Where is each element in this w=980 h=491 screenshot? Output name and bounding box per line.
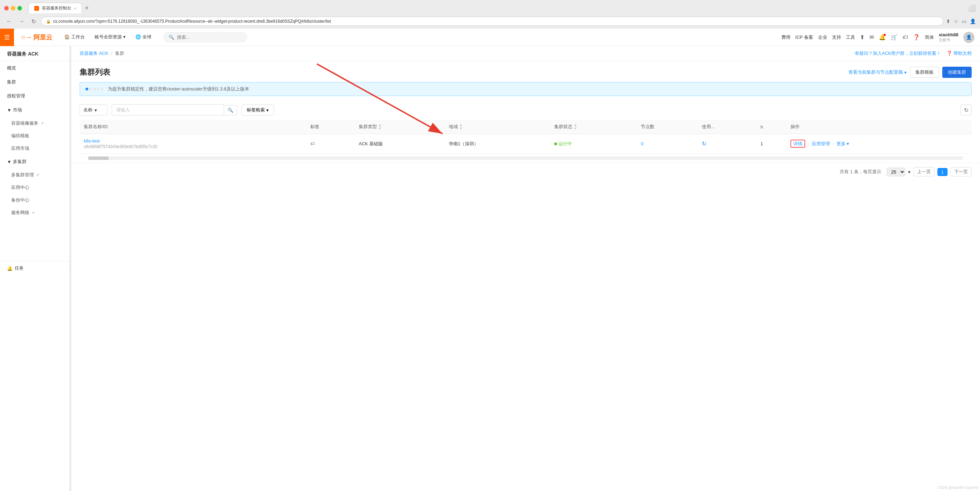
filter-select[interactable]: 名称 ▾: [80, 104, 108, 116]
back-button[interactable]: ←: [4, 18, 14, 25]
user-avatar[interactable]: 👤: [963, 32, 974, 43]
next-page-button[interactable]: 下一页: [950, 167, 972, 176]
tab-close-button[interactable]: ×: [74, 6, 76, 11]
logo-text: 阿里云: [33, 33, 52, 41]
user-info[interactable]: xiaohh88 主账号: [939, 32, 958, 43]
tag-search-arrow-icon: ▾: [266, 108, 269, 113]
tag-search-button[interactable]: 标签检索 ▾: [242, 104, 274, 116]
help-join-link[interactable]: 有疑问？加入ACK用户群，立刻获得答案！: [855, 50, 941, 57]
scroll-thumb[interactable]: [88, 156, 109, 160]
help-icon[interactable]: ❓: [913, 34, 920, 40]
nav-global[interactable]: 🌐 全球: [130, 29, 156, 46]
sidebar-item-template[interactable]: 编排模板: [0, 129, 70, 142]
nav-icp[interactable]: ICP 备案: [795, 34, 813, 40]
cluster-template-button[interactable]: 集群模板: [910, 67, 939, 78]
node-count-link[interactable]: 0: [641, 141, 643, 146]
filter-row: 名称 ▾ 请输入 🔍 标签检索: [80, 100, 972, 120]
view-config-link[interactable]: 查看当前集群与节点配置额 ▾: [848, 69, 907, 75]
help-links: 有疑问？加入ACK用户群，立刻获得答案！ ❓ 帮助文档: [855, 50, 972, 57]
cluster-name-link[interactable]: k8s-test: [84, 138, 302, 143]
servicemesh-label: 服务网格: [11, 209, 29, 216]
nav-simple[interactable]: 简体: [925, 34, 934, 40]
notice-dot-2: [89, 88, 92, 91]
search-input[interactable]: [177, 35, 242, 40]
bookmark-icon[interactable]: ☆: [954, 19, 958, 24]
notification-icon[interactable]: 🔔: [879, 34, 886, 40]
dropdown-arrow-icon: ▾: [904, 70, 907, 75]
sidebar-item-appmarket[interactable]: 应用市场: [0, 142, 70, 155]
globe-icon: 🌐: [135, 34, 141, 40]
close-button[interactable]: [4, 6, 9, 11]
create-cluster-button[interactable]: 创建集群: [942, 67, 972, 78]
coupon-icon[interactable]: 🏷: [902, 34, 908, 40]
page-header: 集群列表 查看当前集群与节点配置额 ▾ 集群模板 创建集群: [71, 61, 980, 82]
cart-icon[interactable]: 🛒: [891, 34, 897, 40]
action-more-link[interactable]: 更多 ▾: [837, 141, 850, 146]
breadcrumb-ack[interactable]: 容器服务 ACK: [80, 50, 108, 57]
minimize-button[interactable]: [11, 6, 15, 11]
profile-avatar[interactable]: 👤: [970, 19, 976, 24]
nav-enterprise[interactable]: 企业: [818, 34, 827, 40]
sidebar-item-overview[interactable]: 概览: [0, 61, 70, 75]
forward-button[interactable]: →: [17, 18, 27, 25]
bell-icon: 🔔: [7, 266, 13, 271]
logo[interactable]: ○→ 阿里云: [14, 32, 59, 42]
usage-refresh-icon[interactable]: ↻: [702, 141, 706, 147]
external-link-icon: ↗: [32, 210, 35, 215]
tag-search-label: 标签检索: [247, 107, 265, 113]
sidebar-item-multicluster-mgmt[interactable]: 多集群管理 ↗: [0, 169, 70, 181]
nav-workbench[interactable]: 🏠 工作台: [59, 29, 90, 46]
breadcrumb-separator: /: [111, 51, 112, 56]
hamburger-menu[interactable]: ☰: [0, 29, 14, 46]
sidebar-item-registry[interactable]: 容器镜像服务 ↗: [0, 117, 70, 129]
sidebar-item-auth[interactable]: 授权管理: [0, 89, 70, 103]
appcenter-label: 应用中心: [11, 184, 29, 191]
action-detail-link[interactable]: 详情: [791, 140, 805, 148]
search-button[interactable]: 🔍: [224, 105, 237, 115]
share-icon[interactable]: ⬆: [946, 19, 950, 24]
reload-button[interactable]: ↻: [29, 18, 38, 26]
sidebar-item-cluster[interactable]: 集群: [0, 75, 70, 89]
sidebar-item-backup[interactable]: 备份中心: [0, 194, 70, 206]
main-body: 容器服务 ACK 概览 集群 授权管理 ▼ 市场 容器镜像服务 ↗ 编排模板: [0, 46, 980, 491]
sidebar-group-multicluster[interactable]: ▼ 多集群: [0, 155, 70, 169]
sidebar-item-tasks[interactable]: 🔔 任务: [0, 261, 70, 275]
template-label: 编排模板: [11, 133, 29, 139]
help-doc-link[interactable]: ❓ 帮助文档: [947, 50, 972, 57]
active-tab[interactable]: ○ 容器服务控制台 ×: [28, 3, 82, 13]
action-app-link[interactable]: 应用管理: [812, 141, 830, 146]
sidebar-item-servicemesh[interactable]: 服务网格 ↗: [0, 206, 70, 219]
message-icon[interactable]: ✉: [869, 34, 874, 40]
refresh-button[interactable]: ↻: [961, 104, 972, 116]
nav-account-resources[interactable]: 账号全部资源 ▾: [90, 29, 130, 46]
browser-chrome: ○ 容器服务控制台 × + ⬜ ← → ↻ 🔒 cs.console.aliyu…: [0, 0, 980, 29]
username: xiaohh88: [939, 32, 958, 37]
page-size-select[interactable]: 25: [887, 167, 905, 176]
maximize-button[interactable]: [18, 6, 22, 11]
new-tab-button[interactable]: +: [82, 3, 91, 13]
tag-icon[interactable]: 🏷: [310, 141, 315, 146]
chevron-down-icon: ▾: [908, 169, 910, 175]
notice-dot-1: [86, 88, 88, 91]
page-1-button[interactable]: 1: [937, 168, 948, 176]
multicluster-label: 多集群: [13, 159, 27, 165]
nav-fee[interactable]: 费用: [781, 34, 791, 40]
chevron-down-icon: ▼: [7, 108, 11, 113]
sidebar-item-appcenter[interactable]: 应用中心: [0, 181, 70, 194]
sidebar-toggle-icon[interactable]: ▭: [962, 19, 966, 24]
search-box[interactable]: 🔍: [163, 32, 247, 42]
appmarket-label: 应用市场: [11, 145, 29, 151]
backup-label: 备份中心: [11, 197, 29, 203]
upload-icon[interactable]: ⬆: [860, 34, 864, 40]
address-bar[interactable]: 🔒 cs.console.aliyun.com/?spm=5176.128180…: [41, 17, 943, 26]
sidebar-group-market[interactable]: ▼ 市场: [0, 103, 70, 117]
th-usage: 使用...: [698, 120, 756, 134]
nav-tools[interactable]: 工具: [846, 34, 855, 40]
horizontal-scrollbar[interactable]: [88, 156, 963, 160]
logo-icon: ○→: [21, 33, 32, 41]
nav-support[interactable]: 支持: [832, 34, 841, 40]
filter-input-field[interactable]: 请输入: [112, 104, 224, 116]
prev-page-button[interactable]: 上一页: [913, 167, 935, 176]
table-row: k8s-test c8c6658f7574243e383e927bd5f5c7c…: [80, 134, 972, 154]
td-region: 华南1（深圳）: [445, 134, 550, 154]
